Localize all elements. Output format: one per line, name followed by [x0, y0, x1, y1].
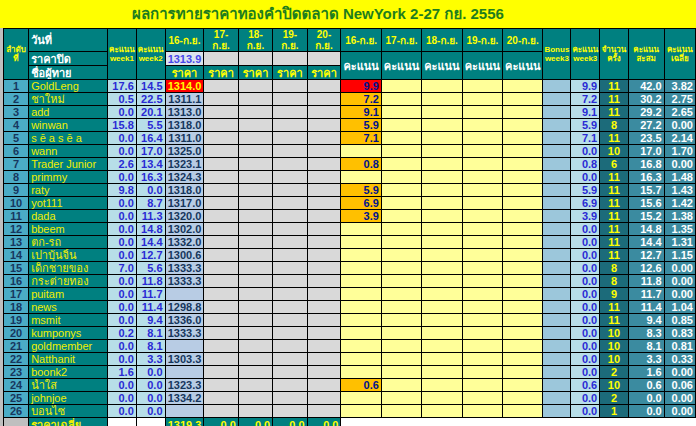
- score-16sep-cell[interactable]: [341, 405, 381, 418]
- score-empty-cell[interactable]: [462, 249, 502, 262]
- name-cell[interactable]: johnjoe: [29, 392, 108, 405]
- week1-header[interactable]: คะแนน week1: [108, 29, 137, 80]
- bonus-week3-cell[interactable]: [543, 405, 571, 418]
- price-empty-cell[interactable]: [238, 106, 272, 119]
- rank-cell[interactable]: 6: [3, 145, 28, 158]
- count-cell[interactable]: 11: [600, 223, 628, 236]
- price-empty-cell[interactable]: [307, 288, 341, 301]
- score-16sep-cell[interactable]: 9.1: [341, 106, 381, 119]
- score-empty-cell[interactable]: [462, 197, 502, 210]
- score-empty-cell[interactable]: [381, 353, 421, 366]
- bonus-week3-cell[interactable]: [543, 327, 571, 340]
- price-date-header[interactable]: 19-ก.ย.: [273, 29, 307, 52]
- price-empty-cell[interactable]: [238, 145, 272, 158]
- score-empty-cell[interactable]: [422, 184, 462, 197]
- week2-score-cell[interactable]: 22.5: [136, 93, 165, 106]
- score-empty-cell[interactable]: [381, 275, 421, 288]
- price-empty-cell[interactable]: [204, 314, 238, 327]
- score-empty-cell[interactable]: [422, 262, 462, 275]
- score-empty-cell[interactable]: [381, 249, 421, 262]
- price-empty-cell[interactable]: [238, 80, 272, 93]
- bonus-week3-cell[interactable]: [543, 262, 571, 275]
- count-cell[interactable]: 11: [600, 132, 628, 145]
- score-empty-cell[interactable]: [422, 145, 462, 158]
- price-empty-cell[interactable]: [238, 366, 272, 379]
- week1-score-cell[interactable]: 0.0: [108, 171, 137, 184]
- price-date-header[interactable]: 20-ก.ย.: [307, 29, 341, 52]
- price-empty-cell[interactable]: [238, 171, 272, 184]
- score-empty-cell[interactable]: [503, 80, 543, 93]
- score-empty-cell[interactable]: [381, 132, 421, 145]
- average-price-16sep[interactable]: 1319.3: [165, 418, 204, 426]
- score-week3-header[interactable]: คะแนน week3: [571, 29, 600, 80]
- week1-score-cell[interactable]: 0.0: [108, 340, 137, 353]
- score-empty-cell[interactable]: [422, 327, 462, 340]
- score-empty-cell[interactable]: [422, 132, 462, 145]
- price-16sep-cell[interactable]: 1333.3: [165, 327, 204, 340]
- score-empty-cell[interactable]: [503, 106, 543, 119]
- rank-cell[interactable]: 19: [3, 314, 28, 327]
- score-empty-cell[interactable]: [381, 145, 421, 158]
- bonus-week3-cell[interactable]: [543, 249, 571, 262]
- bonus-week3-cell[interactable]: [543, 145, 571, 158]
- count-cell[interactable]: 9: [600, 288, 628, 301]
- score-empty-cell[interactable]: [462, 210, 502, 223]
- price-16sep-cell[interactable]: 1311.1: [165, 93, 204, 106]
- avg-cell[interactable]: 1.15: [664, 249, 695, 262]
- avg-cell[interactable]: 1.42: [664, 197, 695, 210]
- score-empty-cell[interactable]: [503, 171, 543, 184]
- count-cell[interactable]: 11: [600, 184, 628, 197]
- average-price-cell[interactable]: 0.0: [238, 418, 272, 426]
- name-cell[interactable]: Natthanit: [29, 353, 108, 366]
- score-empty-cell[interactable]: [462, 327, 502, 340]
- rank-cell[interactable]: 2: [3, 93, 28, 106]
- price-empty-cell[interactable]: [238, 184, 272, 197]
- week2-score-cell[interactable]: 16.3: [136, 171, 165, 184]
- price-empty-cell[interactable]: [238, 405, 272, 418]
- price-empty-cell[interactable]: [307, 249, 341, 262]
- bonus-week3-cell[interactable]: [543, 379, 571, 392]
- score-empty-cell[interactable]: [381, 197, 421, 210]
- name-cell[interactable]: กระต่ายทอง: [29, 275, 108, 288]
- score-empty-cell[interactable]: [381, 379, 421, 392]
- avg-cell[interactable]: 0.00: [664, 288, 695, 301]
- price-empty-cell[interactable]: [307, 340, 341, 353]
- price-empty-cell[interactable]: [238, 249, 272, 262]
- price-empty-cell[interactable]: [204, 340, 238, 353]
- name-cell[interactable]: news: [29, 301, 108, 314]
- score-empty-cell[interactable]: [503, 301, 543, 314]
- name-cell[interactable]: GoldLeng: [29, 80, 108, 93]
- rank-cell[interactable]: 24: [3, 379, 28, 392]
- total-cell[interactable]: 12.7: [628, 249, 664, 262]
- rank-cell[interactable]: 15: [3, 262, 28, 275]
- score-16sep-cell[interactable]: [341, 262, 381, 275]
- total-cell[interactable]: 1.6: [628, 366, 664, 379]
- name-cell[interactable]: puitam: [29, 288, 108, 301]
- price-empty-cell[interactable]: [273, 223, 307, 236]
- avg-cell[interactable]: 0.00: [664, 366, 695, 379]
- price-empty-cell[interactable]: [307, 275, 341, 288]
- score-empty-cell[interactable]: [503, 340, 543, 353]
- price-empty-cell[interactable]: [273, 366, 307, 379]
- price-empty-cell[interactable]: [307, 171, 341, 184]
- score-empty-cell[interactable]: [381, 158, 421, 171]
- total-cell[interactable]: 9.4: [628, 314, 664, 327]
- price-empty-cell[interactable]: [238, 314, 272, 327]
- average-header[interactable]: คะแนน เฉลี่ย: [664, 29, 695, 80]
- score-16sep-cell[interactable]: 0.6: [341, 379, 381, 392]
- avg-cell[interactable]: 0.85: [664, 314, 695, 327]
- avg-cell[interactable]: 0.00: [664, 262, 695, 275]
- price-empty-cell[interactable]: [307, 262, 341, 275]
- price-empty-cell[interactable]: [204, 366, 238, 379]
- week2-score-cell[interactable]: 11.8: [136, 275, 165, 288]
- bonus-week3-cell[interactable]: [543, 184, 571, 197]
- score-empty-cell[interactable]: [422, 236, 462, 249]
- total-cell[interactable]: 27.2: [628, 119, 664, 132]
- count-cell[interactable]: 11: [600, 197, 628, 210]
- price-empty-cell[interactable]: [238, 392, 272, 405]
- rank-cell[interactable]: 16: [3, 275, 28, 288]
- count-cell[interactable]: 11: [600, 236, 628, 249]
- close-price-header[interactable]: ราคาปิด: [29, 52, 108, 66]
- score-empty-cell[interactable]: [503, 132, 543, 145]
- rank-header[interactable]: ลำดับที่: [3, 29, 28, 80]
